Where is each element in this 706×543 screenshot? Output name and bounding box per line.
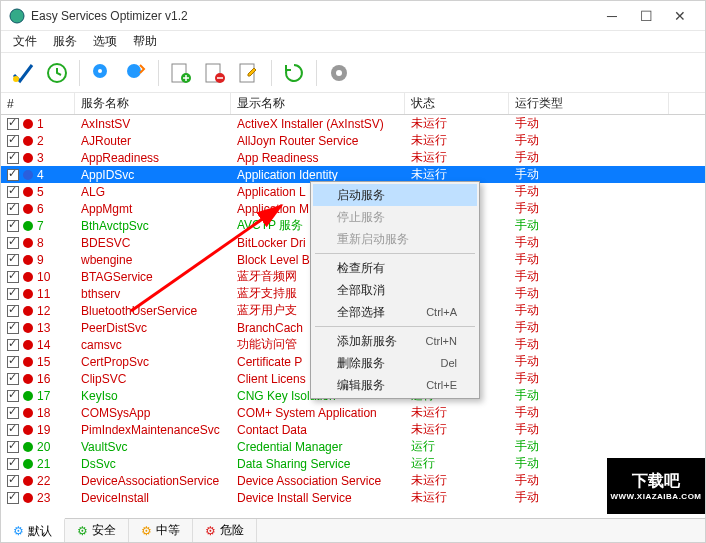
checkbox-icon[interactable] bbox=[7, 373, 19, 385]
display-name: AllJoyn Router Service bbox=[231, 132, 405, 149]
display-name: COM+ System Application bbox=[231, 404, 405, 421]
restore-icon[interactable] bbox=[43, 59, 71, 87]
refresh-icon[interactable] bbox=[280, 59, 308, 87]
checkbox-icon[interactable] bbox=[7, 322, 19, 334]
checkbox-icon[interactable] bbox=[7, 203, 19, 215]
service-name: VaultSvc bbox=[75, 438, 231, 455]
col-startup[interactable]: 运行类型 bbox=[509, 93, 669, 114]
menu-services[interactable]: 服务 bbox=[45, 31, 85, 52]
status-dot-icon bbox=[23, 221, 33, 231]
checkbox-icon[interactable] bbox=[7, 220, 19, 232]
col-state[interactable]: 状态 bbox=[405, 93, 509, 114]
tab-default-label: 默认 bbox=[28, 523, 52, 540]
checkbox-icon[interactable] bbox=[7, 254, 19, 266]
ctx-select-all[interactable]: 全部选择Ctrl+A bbox=[313, 301, 477, 323]
col-display-name[interactable]: 显示名称 bbox=[231, 93, 405, 114]
list-add-icon[interactable] bbox=[167, 59, 195, 87]
maximize-button[interactable]: ☐ bbox=[629, 5, 663, 27]
gear-import-icon[interactable] bbox=[122, 59, 150, 87]
checkbox-icon[interactable] bbox=[7, 152, 19, 164]
tab-safe[interactable]: ⚙安全 bbox=[65, 519, 129, 542]
checkbox-icon[interactable] bbox=[7, 492, 19, 504]
checkbox-icon[interactable] bbox=[7, 356, 19, 368]
service-state: 未运行 bbox=[405, 489, 509, 505]
service-name: DsSvc bbox=[75, 455, 231, 472]
tab-danger[interactable]: ⚙危险 bbox=[193, 519, 257, 542]
ctx-edit-shortcut: Ctrl+E bbox=[426, 379, 457, 391]
minimize-button[interactable]: ─ bbox=[595, 5, 629, 27]
ctx-start-service[interactable]: 启动服务 bbox=[313, 184, 477, 206]
ctx-delete-service[interactable]: 删除服务Del bbox=[313, 352, 477, 374]
gear-plus-icon[interactable] bbox=[88, 59, 116, 87]
checkbox-icon[interactable] bbox=[7, 441, 19, 453]
service-state: 未运行 bbox=[405, 472, 509, 489]
col-service-name[interactable]: 服务名称 bbox=[75, 93, 231, 114]
row-num: 10 bbox=[37, 270, 50, 284]
service-name: AppIDSvc bbox=[75, 166, 231, 183]
checkbox-icon[interactable] bbox=[7, 118, 19, 130]
checkbox-icon[interactable] bbox=[7, 339, 19, 351]
ctx-uncheck-all[interactable]: 全部取消 bbox=[313, 279, 477, 301]
display-name: Data Sharing Service bbox=[231, 455, 405, 472]
table-row[interactable]: 1AxInstSVActiveX Installer (AxInstSV)未运行… bbox=[1, 115, 705, 132]
ctx-check-all[interactable]: 检查所有 bbox=[313, 257, 477, 279]
ctx-add-service[interactable]: 添加新服务Ctrl+N bbox=[313, 330, 477, 352]
row-num: 14 bbox=[37, 338, 50, 352]
checkbox-icon[interactable] bbox=[7, 475, 19, 487]
gear-icon: ⚙ bbox=[141, 524, 152, 538]
checkbox-icon[interactable] bbox=[7, 271, 19, 283]
column-headers: # 服务名称 显示名称 状态 运行类型 bbox=[1, 93, 705, 115]
checkbox-icon[interactable] bbox=[7, 390, 19, 402]
service-state: 运行 bbox=[405, 438, 509, 455]
close-button[interactable]: ✕ bbox=[663, 5, 697, 27]
svg-point-1 bbox=[13, 76, 19, 82]
checkbox-icon[interactable] bbox=[7, 424, 19, 436]
table-row[interactable]: 18COMSysAppCOM+ System Application未运行手动 bbox=[1, 404, 705, 421]
tab-medium[interactable]: ⚙中等 bbox=[129, 519, 193, 542]
separator bbox=[79, 60, 80, 86]
table-row[interactable]: 23DeviceInstallDevice Install Service未运行… bbox=[1, 489, 705, 505]
startup-type: 手动 bbox=[509, 336, 669, 353]
col-num[interactable]: # bbox=[1, 93, 75, 114]
ctx-edit-label: 编辑服务 bbox=[337, 377, 385, 394]
table-row[interactable]: 2AJRouterAllJoyn Router Service未运行手动 bbox=[1, 132, 705, 149]
apply-icon[interactable] bbox=[9, 59, 37, 87]
row-num: 21 bbox=[37, 457, 50, 471]
list-edit-icon[interactable] bbox=[235, 59, 263, 87]
checkbox-icon[interactable] bbox=[7, 135, 19, 147]
ctx-separator bbox=[315, 326, 475, 327]
checkbox-icon[interactable] bbox=[7, 407, 19, 419]
table-row[interactable]: 22DeviceAssociationServiceDevice Associa… bbox=[1, 472, 705, 489]
checkbox-icon[interactable] bbox=[7, 237, 19, 249]
tab-default[interactable]: ⚙默认 bbox=[1, 518, 65, 542]
service-state: 未运行 bbox=[405, 149, 509, 166]
status-dot-icon bbox=[23, 119, 33, 129]
table-row[interactable]: 19PimIndexMaintenanceSvcContact Data未运行手… bbox=[1, 421, 705, 438]
table-row[interactable]: 21DsSvcData Sharing Service运行手动 bbox=[1, 455, 705, 472]
row-num: 17 bbox=[37, 389, 50, 403]
row-num: 22 bbox=[37, 474, 50, 488]
table-row[interactable]: 3AppReadinessApp Readiness未运行手动 bbox=[1, 149, 705, 166]
status-dot-icon bbox=[23, 204, 33, 214]
checkbox-icon[interactable] bbox=[7, 458, 19, 470]
ctx-edit-service[interactable]: 编辑服务Ctrl+E bbox=[313, 374, 477, 396]
service-name: BluetoothUserService bbox=[75, 302, 231, 319]
list-remove-icon[interactable] bbox=[201, 59, 229, 87]
settings-icon[interactable] bbox=[325, 59, 353, 87]
checkbox-icon[interactable] bbox=[7, 186, 19, 198]
table-row[interactable]: 20VaultSvcCredential Manager运行手动 bbox=[1, 438, 705, 455]
service-name: BTAGService bbox=[75, 268, 231, 285]
row-num: 18 bbox=[37, 406, 50, 420]
checkbox-icon[interactable] bbox=[7, 169, 19, 181]
menu-file[interactable]: 文件 bbox=[5, 31, 45, 52]
status-dot-icon bbox=[23, 238, 33, 248]
display-name: Device Association Service bbox=[231, 472, 405, 489]
service-name: PeerDistSvc bbox=[75, 319, 231, 336]
service-name: BDESVC bbox=[75, 234, 231, 251]
menu-options[interactable]: 选项 bbox=[85, 31, 125, 52]
checkbox-icon[interactable] bbox=[7, 305, 19, 317]
row-num: 1 bbox=[37, 117, 44, 131]
checkbox-icon[interactable] bbox=[7, 288, 19, 300]
menu-help[interactable]: 帮助 bbox=[125, 31, 165, 52]
ctx-add-label: 添加新服务 bbox=[337, 333, 397, 350]
